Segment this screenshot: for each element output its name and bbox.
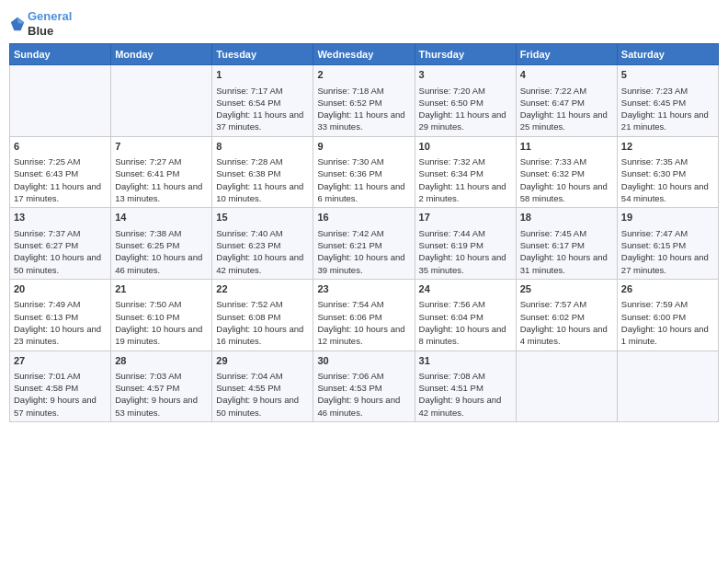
day-info: Sunrise: 7:33 AM Sunset: 6:32 PM Dayligh… — [520, 155, 613, 204]
day-info: Sunrise: 7:57 AM Sunset: 6:02 PM Dayligh… — [520, 298, 613, 347]
calendar-table: SundayMondayTuesdayWednesdayThursdayFrid… — [9, 43, 719, 422]
day-number: 22 — [216, 282, 309, 296]
calendar-cell: 4Sunrise: 7:22 AM Sunset: 6:47 PM Daylig… — [516, 65, 617, 137]
calendar-cell: 30Sunrise: 7:06 AM Sunset: 4:53 PM Dayli… — [313, 350, 415, 422]
day-info: Sunrise: 7:23 AM Sunset: 6:45 PM Dayligh… — [621, 85, 714, 133]
calendar-cell: 15Sunrise: 7:40 AM Sunset: 6:23 PM Dayli… — [212, 208, 313, 280]
day-header-monday: Monday — [111, 44, 212, 65]
day-number: 1 — [216, 68, 309, 82]
calendar-cell: 17Sunrise: 7:44 AM Sunset: 6:19 PM Dayli… — [415, 208, 516, 280]
calendar-cell: 7Sunrise: 7:27 AM Sunset: 6:41 PM Daylig… — [111, 136, 212, 208]
day-number: 14 — [115, 211, 208, 224]
calendar-cell: 14Sunrise: 7:38 AM Sunset: 6:25 PM Dayli… — [111, 208, 212, 280]
day-info: Sunrise: 7:18 AM Sunset: 6:52 PM Dayligh… — [317, 85, 410, 133]
calendar-week-5: 27Sunrise: 7:01 AM Sunset: 4:58 PM Dayli… — [10, 350, 719, 422]
day-number: 20 — [14, 282, 107, 296]
day-header-tuesday: Tuesday — [212, 44, 313, 65]
day-info: Sunrise: 7:01 AM Sunset: 4:58 PM Dayligh… — [14, 370, 107, 419]
day-info: Sunrise: 7:27 AM Sunset: 6:41 PM Dayligh… — [115, 155, 208, 204]
day-number: 19 — [621, 211, 714, 224]
day-number: 11 — [520, 140, 613, 154]
day-number: 9 — [317, 140, 410, 154]
day-info: Sunrise: 7:35 AM Sunset: 6:30 PM Dayligh… — [621, 155, 714, 204]
day-header-thursday: Thursday — [415, 44, 516, 65]
calendar-cell: 1Sunrise: 7:17 AM Sunset: 6:54 PM Daylig… — [212, 65, 313, 137]
day-number: 21 — [115, 282, 208, 296]
day-info: Sunrise: 7:03 AM Sunset: 4:57 PM Dayligh… — [115, 370, 208, 419]
calendar-cell: 26Sunrise: 7:59 AM Sunset: 6:00 PM Dayli… — [617, 279, 718, 350]
day-number: 31 — [419, 354, 512, 368]
calendar-cell: 29Sunrise: 7:04 AM Sunset: 4:55 PM Dayli… — [212, 350, 313, 422]
day-info: Sunrise: 7:40 AM Sunset: 6:23 PM Dayligh… — [216, 227, 309, 276]
day-number: 26 — [621, 282, 714, 296]
day-number: 30 — [317, 354, 410, 368]
calendar-cell: 12Sunrise: 7:35 AM Sunset: 6:30 PM Dayli… — [617, 136, 718, 208]
day-number: 2 — [317, 68, 410, 82]
calendar-cell: 23Sunrise: 7:54 AM Sunset: 6:06 PM Dayli… — [313, 279, 415, 350]
day-number: 8 — [216, 140, 309, 154]
day-info: Sunrise: 7:28 AM Sunset: 6:38 PM Dayligh… — [216, 155, 309, 204]
calendar-header: SundayMondayTuesdayWednesdayThursdayFrid… — [10, 44, 719, 65]
day-info: Sunrise: 7:06 AM Sunset: 4:53 PM Dayligh… — [317, 370, 410, 419]
day-number: 15 — [216, 211, 309, 224]
calendar-cell — [111, 65, 212, 137]
day-info: Sunrise: 7:52 AM Sunset: 6:08 PM Dayligh… — [216, 298, 309, 347]
calendar-cell: 10Sunrise: 7:32 AM Sunset: 6:34 PM Dayli… — [415, 136, 516, 208]
calendar-cell: 13Sunrise: 7:37 AM Sunset: 6:27 PM Dayli… — [10, 208, 111, 280]
day-info: Sunrise: 7:30 AM Sunset: 6:36 PM Dayligh… — [317, 155, 410, 204]
day-number: 17 — [419, 211, 512, 224]
calendar-cell: 2Sunrise: 7:18 AM Sunset: 6:52 PM Daylig… — [313, 65, 415, 137]
calendar-cell: 27Sunrise: 7:01 AM Sunset: 4:58 PM Dayli… — [10, 350, 111, 422]
calendar-cell: 21Sunrise: 7:50 AM Sunset: 6:10 PM Dayli… — [111, 279, 212, 350]
day-info: Sunrise: 7:25 AM Sunset: 6:43 PM Dayligh… — [14, 155, 107, 204]
calendar-cell: 18Sunrise: 7:45 AM Sunset: 6:17 PM Dayli… — [516, 208, 617, 280]
day-info: Sunrise: 7:20 AM Sunset: 6:50 PM Dayligh… — [419, 85, 512, 133]
calendar-cell: 11Sunrise: 7:33 AM Sunset: 6:32 PM Dayli… — [516, 136, 617, 208]
day-info: Sunrise: 7:08 AM Sunset: 4:51 PM Dayligh… — [419, 370, 512, 419]
calendar-cell — [617, 350, 718, 422]
day-header-saturday: Saturday — [617, 44, 718, 65]
day-info: Sunrise: 7:32 AM Sunset: 6:34 PM Dayligh… — [419, 155, 512, 204]
calendar-week-3: 13Sunrise: 7:37 AM Sunset: 6:27 PM Dayli… — [10, 208, 719, 280]
day-info: Sunrise: 7:44 AM Sunset: 6:19 PM Dayligh… — [419, 227, 512, 276]
calendar-cell: 19Sunrise: 7:47 AM Sunset: 6:15 PM Dayli… — [617, 208, 718, 280]
day-info: Sunrise: 7:37 AM Sunset: 6:27 PM Dayligh… — [14, 227, 107, 276]
day-number: 18 — [520, 211, 613, 224]
day-info: Sunrise: 7:45 AM Sunset: 6:17 PM Dayligh… — [520, 227, 613, 276]
day-number: 25 — [520, 282, 613, 296]
day-info: Sunrise: 7:59 AM Sunset: 6:00 PM Dayligh… — [621, 298, 714, 347]
day-number: 7 — [115, 140, 208, 154]
day-header-sunday: Sunday — [10, 44, 111, 65]
day-number: 16 — [317, 211, 410, 224]
day-info: Sunrise: 7:38 AM Sunset: 6:25 PM Dayligh… — [115, 227, 208, 276]
calendar-week-2: 6Sunrise: 7:25 AM Sunset: 6:43 PM Daylig… — [10, 136, 719, 208]
day-header-wednesday: Wednesday — [313, 44, 415, 65]
day-number: 5 — [621, 68, 714, 82]
day-info: Sunrise: 7:56 AM Sunset: 6:04 PM Dayligh… — [419, 298, 512, 347]
day-number: 23 — [317, 282, 410, 296]
calendar-cell: 3Sunrise: 7:20 AM Sunset: 6:50 PM Daylig… — [415, 65, 516, 137]
calendar-cell: 22Sunrise: 7:52 AM Sunset: 6:08 PM Dayli… — [212, 279, 313, 350]
calendar-cell — [516, 350, 617, 422]
day-info: Sunrise: 7:50 AM Sunset: 6:10 PM Dayligh… — [115, 298, 208, 347]
day-number: 6 — [14, 140, 107, 154]
calendar-cell — [10, 65, 111, 137]
day-number: 10 — [419, 140, 512, 154]
logo: General Blue — [9, 9, 72, 38]
day-info: Sunrise: 7:17 AM Sunset: 6:54 PM Dayligh… — [216, 85, 309, 133]
day-number: 24 — [419, 282, 512, 296]
calendar-cell: 5Sunrise: 7:23 AM Sunset: 6:45 PM Daylig… — [617, 65, 718, 137]
calendar-cell: 24Sunrise: 7:56 AM Sunset: 6:04 PM Dayli… — [415, 279, 516, 350]
calendar-week-4: 20Sunrise: 7:49 AM Sunset: 6:13 PM Dayli… — [10, 279, 719, 350]
day-number: 12 — [621, 140, 714, 154]
calendar-cell: 31Sunrise: 7:08 AM Sunset: 4:51 PM Dayli… — [415, 350, 516, 422]
day-info: Sunrise: 7:04 AM Sunset: 4:55 PM Dayligh… — [216, 370, 309, 419]
calendar-cell: 25Sunrise: 7:57 AM Sunset: 6:02 PM Dayli… — [516, 279, 617, 350]
day-number: 4 — [520, 68, 613, 82]
calendar-cell: 16Sunrise: 7:42 AM Sunset: 6:21 PM Dayli… — [313, 208, 415, 280]
logo-text: General Blue — [28, 9, 72, 38]
day-info: Sunrise: 7:47 AM Sunset: 6:15 PM Dayligh… — [621, 227, 714, 276]
day-number: 13 — [14, 211, 107, 224]
day-number: 27 — [14, 354, 107, 368]
day-info: Sunrise: 7:54 AM Sunset: 6:06 PM Dayligh… — [317, 298, 410, 347]
